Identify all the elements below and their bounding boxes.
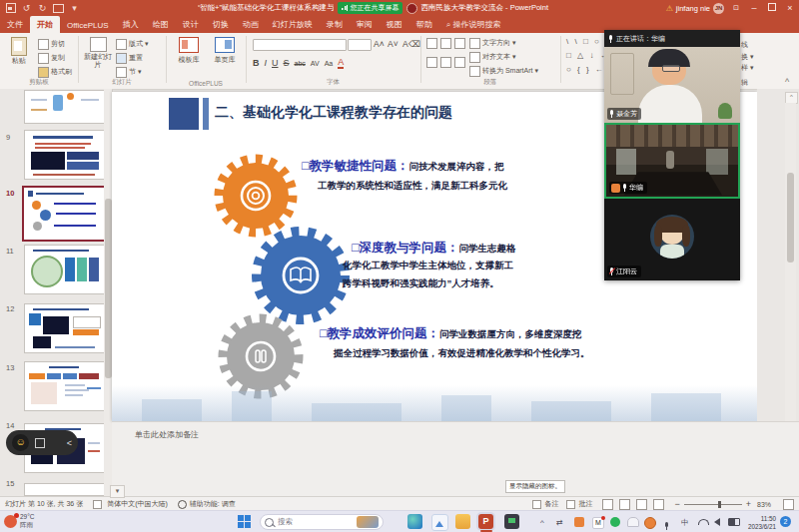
numbering-icon[interactable] <box>440 38 451 49</box>
smartart-button[interactable]: 转换为 SmartArt ▾ <box>469 66 538 77</box>
tab-animations[interactable]: 动画 <box>236 16 266 33</box>
font-color-button[interactable]: A <box>338 57 344 69</box>
underline-button[interactable]: U <box>272 58 279 68</box>
normal-view-icon[interactable] <box>602 499 613 510</box>
zoom-out-icon[interactable]: − <box>674 499 679 509</box>
thumbnail-scrollbar[interactable] <box>104 89 112 496</box>
thumbnail-slide-12[interactable] <box>24 303 106 353</box>
fit-slide-icon[interactable] <box>783 499 794 510</box>
video-tile-2-active[interactable]: 华编 <box>604 123 740 199</box>
volume-icon[interactable] <box>714 518 720 526</box>
text-shadow-button[interactable]: abc <box>295 60 306 67</box>
battery-icon[interactable] <box>728 518 740 526</box>
tab-file[interactable]: 文件 <box>0 16 30 33</box>
thumbnail-slide-10-selected[interactable] <box>22 186 110 242</box>
slide-scrollbar[interactable] <box>785 103 796 421</box>
notes-toggle[interactable]: 备注 <box>544 499 558 509</box>
start-button[interactable] <box>238 515 251 528</box>
powerpoint-taskbar-icon[interactable]: P <box>478 514 493 529</box>
video-tile-3[interactable]: 江阳云 <box>604 199 740 280</box>
font-name-combobox[interactable] <box>253 39 347 51</box>
tab-view[interactable]: 视图 <box>380 16 409 33</box>
align-left-icon[interactable] <box>426 57 437 68</box>
tab-help[interactable]: 帮助 <box>409 16 439 33</box>
tab-slideshow[interactable]: 幻灯片放映 <box>266 16 320 33</box>
wechat-work-icon[interactable] <box>574 517 584 527</box>
ribbon-display-options-icon[interactable]: ⊡ <box>727 0 745 16</box>
clear-format-button[interactable]: A⌫ <box>402 39 420 49</box>
reading-view-icon[interactable] <box>636 499 647 510</box>
share-tools-icon[interactable] <box>35 438 45 448</box>
copy-button[interactable]: 复制 <box>38 53 65 64</box>
tab-officeplus[interactable]: OfficePLUS <box>60 18 116 33</box>
reaction-emoji-icon[interactable]: ☺ <box>12 434 29 451</box>
tab-transitions[interactable]: 切换 <box>206 16 236 33</box>
undo-icon[interactable]: ↺ <box>21 3 32 14</box>
restore-button[interactable] <box>763 0 781 16</box>
slideshow-view-icon[interactable] <box>653 499 664 510</box>
account-avatar[interactable]: JN <box>713 3 724 14</box>
clock[interactable]: 11:50 2023/6/21 <box>744 515 776 531</box>
language-status[interactable]: 简体中文(中国大陆) <box>107 499 168 509</box>
warning-icon[interactable]: ⚠ <box>666 4 673 13</box>
tab-draw[interactable]: 绘图 <box>146 16 176 33</box>
collapse-ribbon-icon[interactable]: ^ <box>785 77 789 87</box>
section-button[interactable]: 节 ▾ <box>116 67 141 78</box>
wifi-icon[interactable] <box>698 519 709 525</box>
edge-icon[interactable] <box>407 514 422 529</box>
swap-tray-icon[interactable]: ⇄ <box>556 518 563 527</box>
layout-button[interactable]: 版式 ▾ <box>116 39 148 50</box>
meeting-video-panel[interactable]: 正在讲话：华编 聂金芳 华编 <box>604 30 740 280</box>
cloud-tray-icon[interactable] <box>627 517 639 527</box>
shapes-gallery-row1[interactable]: \ \ □ ○ <box>566 37 601 46</box>
tab-insert[interactable]: 插入 <box>116 16 146 33</box>
notes-pane[interactable]: 单击此处添加备注 <box>112 421 799 497</box>
new-slide-button[interactable]: 新建幻灯片 <box>83 37 113 68</box>
minimize-button[interactable]: – <box>745 0 763 16</box>
notification-badge[interactable]: 2 <box>780 516 791 527</box>
spellcheck-icon[interactable] <box>93 500 102 509</box>
microphone-tray-icon[interactable] <box>664 516 669 532</box>
format-painter-button[interactable]: 格式刷 <box>38 67 72 78</box>
close-button[interactable]: × <box>781 0 799 16</box>
bullets-icon[interactable] <box>426 38 437 49</box>
screen-share-icon[interactable] <box>504 514 519 529</box>
zoom-slider[interactable] <box>684 504 742 505</box>
tab-design[interactable]: 设计 <box>176 16 206 33</box>
hidden-icons-chevron[interactable]: ^ <box>540 518 544 527</box>
meeting-floating-toolbar[interactable]: ☺ < <box>6 430 78 455</box>
page-library-button[interactable]: 单页库 <box>208 37 242 65</box>
comments-toggle[interactable]: 批注 <box>578 499 592 509</box>
text-direction-button[interactable]: 文字方向 ▾ <box>469 38 515 49</box>
account-name[interactable]: jinfang nie <box>676 4 710 13</box>
thumbnail-slide-8-partial[interactable] <box>24 90 106 124</box>
template-library-button[interactable]: 模板库 <box>172 37 206 65</box>
taskbar-search[interactable]: 搜索 <box>260 514 384 530</box>
strikethrough-button[interactable]: S <box>284 58 290 68</box>
slide-counter[interactable]: 幻灯片 第 10 张, 共 36 张 <box>5 499 83 509</box>
align-right-icon[interactable] <box>454 57 465 68</box>
font-size-combobox[interactable] <box>348 39 372 51</box>
thumbnail-slide-15-partial[interactable] <box>24 483 106 496</box>
video-tile-1[interactable]: 聂金芳 <box>604 47 740 123</box>
slide-sorter-view-icon[interactable] <box>619 499 630 510</box>
tab-home[interactable]: 开始 <box>30 16 60 33</box>
wechat-icon[interactable] <box>610 517 620 527</box>
save-icon[interactable] <box>6 3 16 13</box>
camera-tray-icon[interactable] <box>644 517 656 529</box>
mail-tray-icon[interactable]: M <box>592 517 604 529</box>
tab-review[interactable]: 审阅 <box>350 16 380 33</box>
tab-record[interactable]: 录制 <box>320 16 350 33</box>
shrink-font-button[interactable]: A˅ <box>388 39 399 49</box>
ime-indicator[interactable]: 中 <box>681 518 689 528</box>
accessibility-status[interactable]: 辅助功能: 调查 <box>190 499 236 509</box>
cut-button[interactable]: 剪切 <box>38 39 65 50</box>
notes-placeholder[interactable]: 单击此处添加备注 <box>135 429 199 440</box>
reset-button[interactable]: 重置 <box>116 53 143 64</box>
thumbnail-slide-9[interactable] <box>24 130 106 180</box>
shapes-gallery-row3[interactable]: ○ { } ← <box>566 65 605 74</box>
italic-button[interactable]: I <box>265 58 268 68</box>
align-center-icon[interactable] <box>440 57 451 68</box>
zoom-percent[interactable]: 83% <box>757 501 777 508</box>
weather-widget[interactable]: 29°C 阵雨 <box>4 513 35 529</box>
